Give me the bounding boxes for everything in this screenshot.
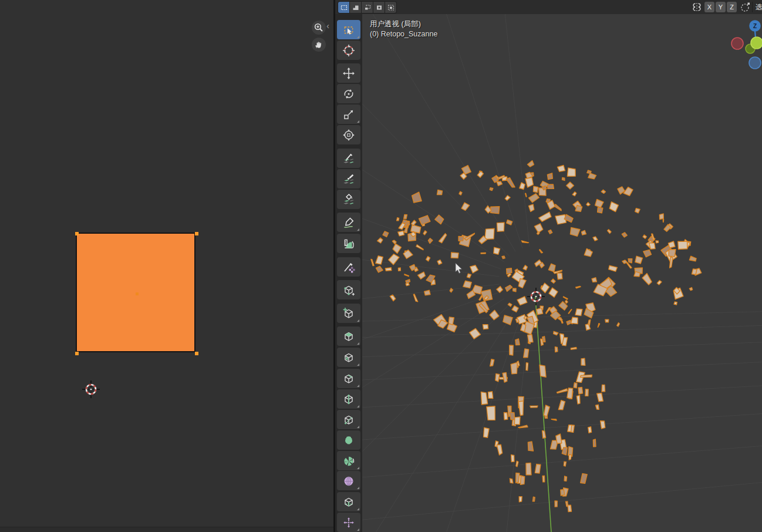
select-mode-group	[338, 1, 397, 14]
viewport-object-label: (0) Retopo_Suzanne	[370, 30, 437, 38]
fill-face-icon	[342, 193, 355, 206]
options-dropdown[interactable]: 选项	[756, 2, 762, 12]
tool-knife[interactable]	[337, 410, 360, 429]
bevel-icon	[342, 372, 355, 385]
mirror-icon[interactable]	[690, 1, 703, 13]
add-cube-icon	[342, 307, 355, 320]
cursor-crosshair	[82, 381, 100, 398]
tool-edge-slide[interactable]	[337, 492, 360, 511]
move-icon	[342, 67, 355, 80]
3d-viewport[interactable]: Z XYZ 选项 用户透视 (局部) (0) Retopo_Suzanne	[335, 0, 762, 532]
tool-rotate[interactable]	[337, 84, 360, 103]
select-mode-difference[interactable]	[373, 2, 385, 13]
tool-face-new[interactable]	[337, 430, 360, 450]
tool-shelf	[335, 14, 362, 532]
inset-faces-icon	[342, 351, 355, 364]
tool-spin[interactable]	[337, 451, 360, 470]
tool-shrink-fatten[interactable]	[337, 513, 360, 532]
tool-loop-cut[interactable]	[337, 389, 360, 409]
smooth-icon	[342, 474, 355, 487]
tool-bevel[interactable]	[337, 369, 360, 388]
annotate-icon	[342, 216, 355, 229]
knife-icon	[342, 413, 355, 426]
select-mode-extend[interactable]	[350, 2, 361, 13]
mirror-axis-x[interactable]: X	[704, 2, 714, 12]
select-box-icon	[342, 23, 355, 36]
tool-poly-build[interactable]	[337, 280, 360, 299]
rotate-icon	[342, 87, 355, 100]
tool-rip-checker[interactable]	[337, 257, 360, 277]
tool-scale[interactable]	[337, 105, 360, 124]
uv-2d-cursor-layer	[0, 0, 333, 532]
measure-icon	[342, 237, 355, 250]
face-new-icon	[342, 434, 355, 447]
uv-editor-canvas[interactable]: ‹	[0, 0, 333, 532]
tool-transform[interactable]	[337, 125, 360, 144]
tool-add-cube[interactable]	[337, 304, 360, 323]
select-mode-subtract[interactable]	[362, 2, 373, 13]
tool-brush-face[interactable]	[337, 169, 360, 188]
tool-move[interactable]	[337, 63, 360, 83]
tool-cursor[interactable]	[337, 41, 360, 60]
cursor-icon	[342, 44, 355, 57]
mirror-axis-z[interactable]: Z	[727, 2, 737, 12]
retopo-faces[interactable]	[371, 161, 702, 512]
hand-icon	[313, 39, 324, 50]
shrink-fatten-icon	[342, 516, 355, 529]
blender-window: ‹ Z XYZ 选项 用户透视 (局部) (0) Retopo_Suzanne	[0, 0, 762, 532]
scale-icon	[342, 108, 355, 121]
poly-build-icon	[342, 284, 355, 297]
proportional-editing-icon[interactable]	[740, 1, 751, 13]
edge-slide-icon	[342, 496, 355, 509]
select-mode-set[interactable]	[338, 2, 349, 13]
tool-inset-faces[interactable]	[337, 348, 360, 367]
gizmo-z-neg	[749, 57, 761, 69]
editor-bottom-edge	[0, 527, 333, 532]
tool-extrude-region[interactable]	[337, 326, 360, 346]
tool-select-box[interactable]	[337, 20, 360, 39]
tool-annotate[interactable]	[337, 213, 360, 232]
header-divider	[752, 2, 753, 12]
pan-button[interactable]	[312, 38, 326, 52]
tool-measure[interactable]	[337, 234, 360, 253]
viewport-view-label: 用户透视 (局部)	[370, 19, 421, 29]
gizmo-y-pos	[751, 37, 762, 49]
tool-draw-face[interactable]	[337, 149, 360, 168]
zoom-button[interactable]	[312, 21, 326, 35]
svg-text:Z: Z	[753, 23, 757, 29]
collapse-panel-icon[interactable]: ‹	[326, 23, 329, 29]
navigation-gizmo[interactable]: Z	[731, 21, 762, 69]
draw-face-icon	[342, 152, 355, 165]
transform-icon	[342, 129, 355, 142]
select-mode-intersect[interactable]	[385, 2, 396, 13]
viewport-canvas[interactable]: Z	[335, 0, 762, 532]
loop-cut-icon	[342, 393, 355, 406]
brush-face-icon	[342, 173, 355, 186]
viewport-header: XYZ 选项	[335, 0, 762, 14]
gizmo-x-neg	[731, 38, 743, 49]
y-axis-line	[535, 297, 551, 532]
tool-fill-face[interactable]	[337, 190, 360, 209]
mirror-axis-toggles: XYZ	[704, 2, 737, 12]
mirror-axis-y[interactable]: Y	[716, 2, 726, 12]
extrude-region-icon	[342, 330, 355, 343]
rip-checker-icon	[342, 261, 355, 274]
magnifier-plus-icon	[313, 22, 324, 33]
spin-icon	[342, 454, 355, 467]
tool-smooth[interactable]	[337, 471, 360, 490]
